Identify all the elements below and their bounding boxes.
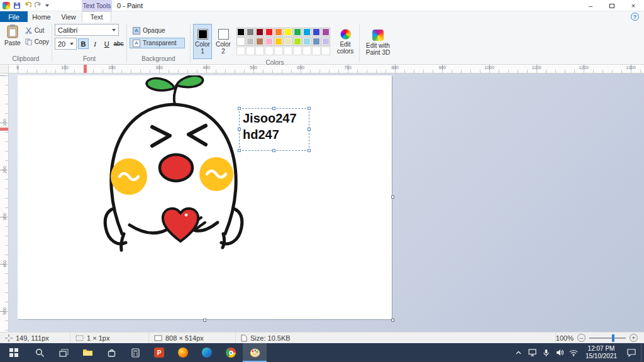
zoom-slider[interactable]: [589, 337, 626, 339]
palette-swatch[interactable]: [312, 28, 321, 36]
color1-button[interactable]: Color 1: [193, 24, 212, 59]
palette-swatch[interactable]: [321, 37, 330, 46]
palette-swatch[interactable]: [274, 37, 283, 46]
paint-taskbar-button[interactable]: [243, 343, 267, 362]
palette-swatch[interactable]: [255, 28, 264, 36]
zoom-out-button[interactable]: –: [577, 334, 586, 342]
hruler-label: 700: [344, 65, 352, 70]
customize-toolbar-icon[interactable]: [45, 4, 49, 7]
help-button[interactable]: ?: [631, 13, 639, 21]
palette-swatch[interactable]: [284, 37, 292, 46]
textbox-resize-handle[interactable]: [272, 149, 275, 152]
palette-empty-slot[interactable]: [321, 47, 330, 55]
font-family-select[interactable]: Calibri: [55, 24, 119, 36]
file-explorer-button[interactable]: [75, 343, 99, 362]
palette-swatch[interactable]: [303, 37, 311, 46]
close-button[interactable]: ×: [623, 0, 644, 11]
tab-home[interactable]: Home: [28, 11, 55, 22]
tray-volume-button[interactable]: [553, 343, 567, 362]
palette-empty-slot[interactable]: [246, 47, 255, 55]
chrome-button[interactable]: [219, 343, 243, 362]
textbox-resize-handle[interactable]: [238, 107, 241, 110]
palette-swatch[interactable]: [265, 37, 274, 46]
palette-swatch[interactable]: [246, 28, 255, 36]
canvas-resize-handle-right[interactable]: [391, 195, 394, 199]
palette-swatch[interactable]: [274, 28, 283, 36]
zoom-in-button[interactable]: +: [630, 334, 638, 342]
palette-swatch[interactable]: [312, 37, 321, 46]
palette-empty-slot[interactable]: [293, 47, 302, 55]
palette-empty-slot[interactable]: [303, 47, 311, 55]
textbox-resize-handle[interactable]: [308, 149, 311, 152]
paste-button[interactable]: Paste: [3, 24, 23, 55]
quick-access-toolbar: [0, 2, 49, 9]
calculator-button[interactable]: [123, 343, 147, 362]
textbox-resize-handle[interactable]: [308, 128, 311, 131]
tray-network-button[interactable]: [567, 343, 580, 362]
task-view-button[interactable]: [52, 343, 75, 362]
redo-icon[interactable]: [35, 2, 42, 9]
palette-empty-slot[interactable]: [265, 47, 274, 55]
canvas-text[interactable]: Jisoo247 hd247: [240, 109, 309, 144]
statusbar: 149, 111px 1 × 1px 808 × 514px Size: 10.…: [0, 332, 644, 343]
action-center-button[interactable]: [622, 343, 641, 362]
palette-empty-slot[interactable]: [274, 47, 283, 55]
hruler-label: 800: [391, 65, 399, 70]
palette-swatch[interactable]: [246, 37, 255, 46]
taskbar-search-button[interactable]: [28, 343, 52, 362]
tab-file[interactable]: File: [0, 11, 28, 22]
textbox-resize-handle[interactable]: [308, 107, 311, 110]
edit-with-paint3d-button[interactable]: Edit with Paint 3D: [362, 24, 394, 62]
firefox-button[interactable]: [171, 343, 195, 362]
tray-monitor-button[interactable]: [525, 343, 539, 362]
color2-button[interactable]: Color 2: [214, 24, 233, 59]
edge-button[interactable]: [195, 343, 219, 362]
palette-swatch[interactable]: [321, 28, 330, 36]
font-size-select[interactable]: 20: [55, 38, 77, 50]
start-button[interactable]: [0, 343, 28, 362]
bold-button[interactable]: B: [78, 38, 89, 49]
textbox-resize-handle[interactable]: [238, 128, 241, 131]
palette-swatch[interactable]: [293, 37, 302, 46]
copy-button[interactable]: Copy: [25, 37, 49, 46]
show-desktop-button[interactable]: [641, 343, 644, 362]
textbox-resize-handle[interactable]: [238, 149, 241, 152]
palette-empty-slot[interactable]: [255, 47, 264, 55]
clock-time: 12:07 PM: [588, 345, 615, 353]
tray-mic-button[interactable]: [539, 343, 553, 362]
palette-empty-slot[interactable]: [236, 47, 245, 55]
cut-button[interactable]: Cut: [25, 26, 49, 35]
palette-empty-slot[interactable]: [284, 47, 292, 55]
palette-swatch[interactable]: [293, 28, 302, 36]
transparent-button[interactable]: A Transparent: [130, 38, 185, 48]
palette-swatch[interactable]: [284, 28, 292, 36]
canvas-resize-handle-bottom[interactable]: [203, 319, 206, 322]
opaque-button[interactable]: A Opaque: [130, 25, 185, 36]
firefox-icon: [178, 348, 188, 358]
textbox-resize-handle[interactable]: [272, 107, 275, 110]
tab-text[interactable]: Text: [82, 11, 111, 22]
palette-swatch[interactable]: [255, 37, 264, 46]
tray-chevron-button[interactable]: [511, 343, 525, 362]
undo-icon[interactable]: [24, 2, 31, 9]
underline-button[interactable]: U: [101, 38, 112, 49]
taskbar-clock[interactable]: 12:07 PM 15/10/2021: [580, 343, 622, 362]
store-button[interactable]: [99, 343, 123, 362]
palette-swatch[interactable]: [236, 28, 245, 36]
tab-view[interactable]: View: [55, 11, 82, 22]
zoom-slider-thumb[interactable]: [612, 334, 614, 342]
drawing-canvas[interactable]: Jisoo247 hd247: [18, 75, 392, 319]
minimize-button[interactable]: –: [580, 0, 601, 11]
palette-empty-slot[interactable]: [312, 47, 321, 55]
canvas-resize-handle-corner[interactable]: [391, 319, 394, 322]
maximize-button[interactable]: [601, 0, 623, 11]
edit-colors-button[interactable]: Edit colors: [334, 24, 357, 59]
palette-swatch[interactable]: [236, 37, 245, 46]
save-icon[interactable]: [13, 2, 21, 9]
palette-swatch[interactable]: [265, 28, 274, 36]
palette-swatch[interactable]: [303, 28, 311, 36]
text-selection-box[interactable]: Jisoo247 hd247: [239, 108, 309, 151]
strikethrough-button[interactable]: abc: [113, 38, 124, 49]
powerpoint-button[interactable]: P: [147, 343, 171, 362]
italic-button[interactable]: I: [90, 38, 101, 49]
